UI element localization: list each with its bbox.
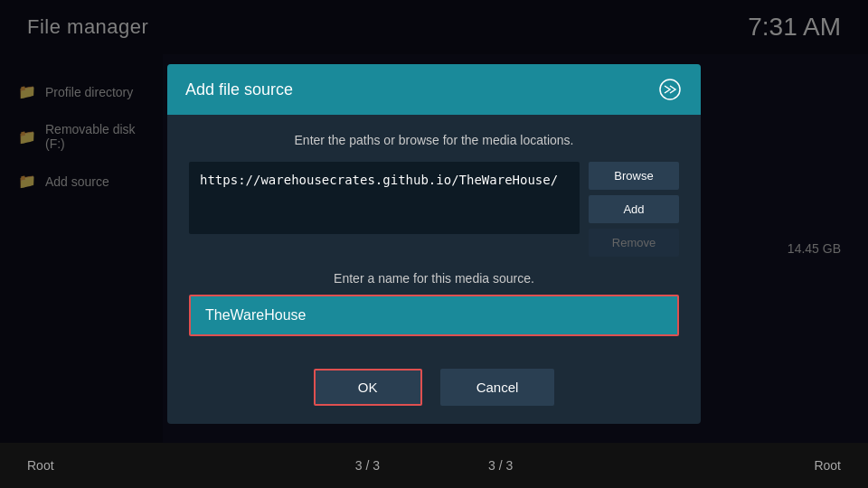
- path-input[interactable]: [189, 162, 580, 234]
- bottom-center: 3 / 3 3 / 3: [355, 458, 514, 473]
- bottom-page-count-2: 3 / 3: [488, 458, 513, 473]
- dialog-instruction: Enter the paths or browse for the media …: [189, 133, 679, 147]
- remove-button[interactable]: Remove: [589, 229, 679, 257]
- cancel-button[interactable]: Cancel: [440, 369, 555, 406]
- path-row: Browse Add Remove: [189, 162, 679, 257]
- ok-button[interactable]: OK: [314, 369, 422, 406]
- dialog-title: Add file source: [185, 80, 293, 99]
- dialog-body: Enter the paths or browse for the media …: [167, 115, 701, 354]
- bottom-left-label: Root: [27, 458, 54, 473]
- dialog-footer: OK Cancel: [167, 354, 701, 424]
- media-source-name-input[interactable]: [189, 295, 679, 336]
- name-instruction: Enter a name for this media source.: [189, 271, 679, 286]
- bottom-page-count-1: 3 / 3: [355, 458, 380, 473]
- browse-button[interactable]: Browse: [589, 162, 679, 190]
- bottom-bar: Root 3 / 3 3 / 3 Root: [0, 443, 868, 488]
- bottom-right-label: Root: [814, 458, 841, 473]
- kodi-logo-icon: [657, 77, 683, 102]
- path-buttons: Browse Add Remove: [589, 162, 679, 257]
- dialog-header: Add file source: [167, 64, 701, 115]
- add-button[interactable]: Add: [589, 195, 679, 223]
- add-file-source-dialog: Add file source Enter the paths or brows…: [167, 64, 701, 424]
